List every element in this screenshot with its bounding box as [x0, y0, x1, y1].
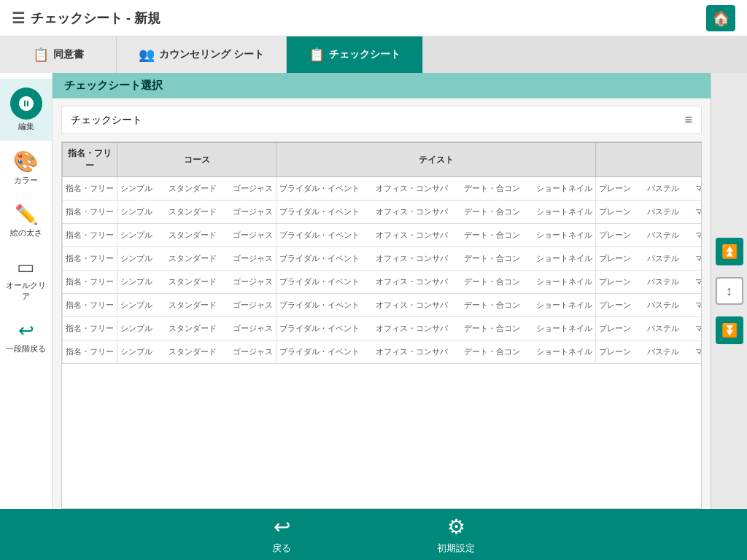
cell-course: シンプル スタンダード ゴージャス: [117, 201, 276, 224]
th-taste: テイスト: [276, 143, 596, 177]
search-input[interactable]: [71, 114, 684, 126]
table-row[interactable]: 指名・フリー シンプル スタンダード ゴージャス ブライダル・イベント オフィス…: [63, 247, 703, 271]
reset-footer-button[interactable]: ⚙ 初期設定: [437, 515, 475, 555]
sidebar-allclear-label: オールクリア: [3, 280, 49, 302]
cell-design: プレーン パステル マーブル ピーコック フラワー ストーン: [596, 341, 703, 364]
counseling-icon: 👥: [139, 47, 155, 63]
cell-taste: ブライダル・イベント オフィス・コンサバ デート・合コン ショートネイル: [276, 224, 596, 247]
cell-course: シンプル スタンダード ゴージャス: [117, 247, 276, 271]
sidebar-back-label: 一段階戻る: [6, 343, 46, 354]
section-title: チェックシート選択: [64, 79, 163, 91]
sidebar-item-pen-size[interactable]: ✏️ 絵の太さ: [0, 195, 52, 247]
pen-size-icon: ✏️: [15, 203, 38, 226]
cell-taste: ブライダル・イベント オフィス・コンサバ デート・合コン ショートネイル: [276, 271, 596, 294]
cell-design: プレーン パステル マーブル ピーコック フラワー ストーン: [596, 294, 703, 317]
consent-icon: 📋: [33, 47, 49, 63]
sidebar-color-label: カラー: [14, 175, 38, 186]
tab-counseling-label: カウンセリング シート: [159, 48, 264, 61]
table-row[interactable]: 指名・フリー シンプル スタンダード ゴージャス ブライダル・イベント オフィス…: [63, 177, 703, 201]
header-sheet-icon: ☰: [12, 9, 25, 27]
table-row[interactable]: 指名・フリー シンプル スタンダード ゴージャス ブライダル・イベント オフィス…: [63, 341, 703, 364]
tab-bar: 📋 同意書 👥 カウンセリング シート 📋 チェックシート: [0, 36, 747, 73]
cell-taste: ブライダル・イベント オフィス・コンサバ デート・合コン ショートネイル: [276, 294, 596, 317]
cell-design: プレーン パステル マーブル ピーコック フラワー ストーン: [596, 224, 703, 247]
cell-course: シンプル スタンダード ゴージャス: [117, 177, 276, 201]
header-title-text: チェックシート - 新規: [31, 9, 160, 27]
cell-taste: ブライダル・イベント オフィス・コンサバ デート・合コン ショートネイル: [276, 201, 596, 224]
cell-taste: ブライダル・イベント オフィス・コンサバ デート・合コン ショートネイル: [276, 247, 596, 271]
cell-course: シンプル スタンダード ゴージャス: [117, 341, 276, 364]
checksheet-icon: 📋: [309, 47, 325, 63]
reset-footer-icon: ⚙: [447, 515, 465, 539]
scroll-up-button[interactable]: ⏫: [716, 238, 743, 265]
search-bar: ≡: [61, 106, 702, 134]
header-title: ☰ チェックシート - 新規: [12, 9, 160, 27]
content-area: チェックシート選択 ≡ 指名・フリー コース テイスト デザイン 指名・フリー: [53, 73, 711, 509]
table-row[interactable]: 指名・フリー シンプル スタンダード ゴージャス ブライダル・イベント オフィス…: [63, 201, 703, 224]
drag-button[interactable]: ↕: [716, 277, 743, 305]
cell-design: プレーン パステル マーブル ピーコック フラワー ストーン: [596, 201, 703, 224]
back-footer-icon: ↩: [274, 515, 290, 539]
cell-name: 指名・フリー: [63, 177, 117, 201]
cell-design: プレーン パステル マーブル ピーコック フラワー ストーン: [596, 177, 703, 201]
sidebar: 編集 🎨 カラー ✏️ 絵の太さ ▭ オールクリア ↩ 一段階戻る: [0, 73, 53, 509]
tab-checksheet-label: チェックシート: [329, 48, 400, 61]
cell-design: プレーン パステル マーブル ピーコック フラワー ストーン: [596, 247, 703, 271]
edit-icon: [18, 95, 35, 112]
section-header: チェックシート選択: [53, 73, 711, 98]
cell-name: 指名・フリー: [63, 201, 117, 224]
back-footer-label: 戻る: [272, 542, 291, 555]
table-row[interactable]: 指名・フリー シンプル スタンダード ゴージャス ブライダル・イベント オフィス…: [63, 224, 703, 247]
sidebar-item-edit[interactable]: 編集: [0, 79, 52, 141]
th-name: 指名・フリー: [63, 143, 117, 177]
drag-icon: ↕: [726, 284, 732, 299]
home-button[interactable]: 🏠: [706, 5, 735, 31]
double-up-icon: ⏫: [721, 244, 738, 260]
cell-name: 指名・フリー: [63, 294, 117, 317]
all-clear-icon: ▭: [17, 256, 35, 279]
table-row[interactable]: 指名・フリー シンプル スタンダード ゴージャス ブライダル・イベント オフィス…: [63, 271, 703, 294]
cell-course: シンプル スタンダード ゴージャス: [117, 294, 276, 317]
right-nav: ⏫ ↕ ⏬: [711, 73, 747, 509]
cell-name: 指名・フリー: [63, 341, 117, 364]
sidebar-item-color[interactable]: 🎨 カラー: [0, 141, 52, 195]
th-design: デザイン: [596, 143, 703, 177]
cell-taste: ブライダル・イベント オフィス・コンサバ デート・合コン ショートネイル: [276, 341, 596, 364]
tab-counseling[interactable]: 👥 カウンセリング シート: [117, 36, 287, 73]
table-row[interactable]: 指名・フリー シンプル スタンダード ゴージャス ブライダル・イベント オフィス…: [63, 294, 703, 317]
color-icon: 🎨: [13, 149, 39, 174]
table-container: 指名・フリー コース テイスト デザイン 指名・フリー シンプル スタンダード …: [61, 141, 702, 509]
cell-taste: ブライダル・イベント オフィス・コンサバ デート・合コン ショートネイル: [276, 317, 596, 341]
main-area: 編集 🎨 カラー ✏️ 絵の太さ ▭ オールクリア ↩ 一段階戻る チェックシー…: [0, 73, 747, 509]
scroll-down-button[interactable]: ⏬: [716, 316, 743, 344]
cell-name: 指名・フリー: [63, 247, 117, 271]
cell-taste: ブライダル・イベント オフィス・コンサバ デート・合コン ショートネイル: [276, 177, 596, 201]
sidebar-edit-label: 編集: [18, 121, 34, 132]
cell-design: プレーン パステル マーブル ピーコック フラワー ストーン: [596, 271, 703, 294]
cell-name: 指名・フリー: [63, 224, 117, 247]
cell-name: 指名・フリー: [63, 271, 117, 294]
checksheet-table: 指名・フリー コース テイスト デザイン 指名・フリー シンプル スタンダード …: [62, 142, 702, 364]
reset-footer-label: 初期設定: [437, 542, 475, 555]
sidebar-item-back[interactable]: ↩ 一段階戻る: [0, 311, 52, 363]
sidebar-item-all-clear[interactable]: ▭ オールクリア: [0, 247, 52, 311]
list-icon[interactable]: ≡: [684, 112, 692, 128]
sidebar-pen-label: 絵の太さ: [10, 228, 42, 238]
cell-name: 指名・フリー: [63, 317, 117, 341]
cell-design: プレーン パステル マーブル ピーコック フラワー ストーン: [596, 317, 703, 341]
back-icon: ↩: [18, 319, 34, 342]
cell-course: シンプル スタンダード ゴージャス: [117, 271, 276, 294]
back-footer-button[interactable]: ↩ 戻る: [272, 515, 291, 555]
cell-course: シンプル スタンダード ゴージャス: [117, 317, 276, 341]
table-row[interactable]: 指名・フリー シンプル スタンダード ゴージャス ブライダル・イベント オフィス…: [63, 317, 703, 341]
tab-checksheet[interactable]: 📋 チェックシート: [287, 36, 423, 73]
tab-consent[interactable]: 📋 同意書: [0, 36, 117, 73]
th-course: コース: [117, 143, 276, 177]
double-down-icon: ⏬: [721, 322, 738, 338]
tab-consent-label: 同意書: [53, 48, 84, 61]
footer: ↩ 戻る ⚙ 初期設定: [0, 509, 747, 560]
cell-course: シンプル スタンダード ゴージャス: [117, 224, 276, 247]
header: ☰ チェックシート - 新規 🏠: [0, 0, 747, 36]
